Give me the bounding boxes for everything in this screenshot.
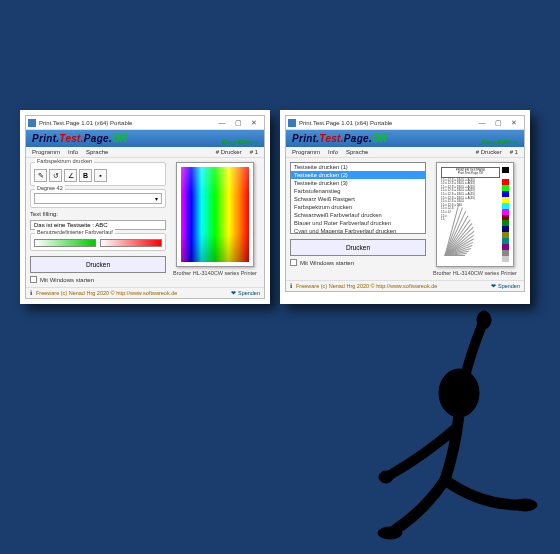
titlebar: Print.Test.Page 1.01 (x64) Portable — ▢ … [26,116,264,130]
app-window-2: Print.Test.Page 1.01 (x64) Portable — ▢ … [285,115,525,292]
autostart-checkbox[interactable]: Mit Windows starten [290,259,426,266]
gradient-group: Benutzerdefinierter Farbverlauf [30,233,166,251]
testpage-text: PRINTER TESTPAGEPrint.Test.Page.OK 15 x … [441,167,500,262]
edition-label: Easy-Edition [482,139,518,145]
pointing-figure-icon [330,270,550,550]
list-item[interactable]: Farbstufenanstieg [291,187,425,195]
svg-point-3 [378,527,402,539]
gradient-green[interactable] [34,239,96,247]
menubar: Programm Info Sprache # Drucker # 1 [286,147,524,158]
menu-program[interactable]: Programm [32,149,60,155]
list-item[interactable]: Testseite drucken (3) [291,179,425,187]
tool-angle-icon[interactable]: ∠ [64,169,77,182]
preview-pane: Brother HL-3140CW series Printer [170,162,260,283]
donate-link[interactable]: ❤ Spenden [231,290,260,296]
print-button[interactable]: Drucken [290,239,426,256]
list-item[interactable]: Testseite drucken (1) [291,163,425,171]
app-window-1: Print.Test.Page 1.01 (x64) Portable — ▢ … [25,115,265,299]
list-item[interactable]: Schwarzweiß Farbverlauf drucken [291,211,425,219]
minimize-button[interactable]: — [474,117,490,129]
list-item[interactable]: Farbspektrum drucken [291,203,425,211]
svg-point-2 [379,471,393,483]
list-item[interactable]: Schwarz Weiß Rastgert [291,195,425,203]
checkbox-icon [30,276,37,283]
preview-page: PRINTER TESTPAGEPrint.Test.Page.OK 15 x … [436,162,514,267]
titlebar: Print.Test.Page 1.01 (x64) Portable — ▢ … [286,116,524,130]
chevron-down-icon: ▾ [155,195,158,202]
printer-name: Brother HL-3140CW series Printer [173,270,257,276]
maximize-button[interactable]: ▢ [230,117,246,129]
app-header: Print.Test.Page.OK Easy-Edition [26,130,264,147]
spectrum-preview [181,167,249,262]
gradient-red[interactable] [100,239,162,247]
degree-select[interactable]: ▾ [34,193,162,204]
menu-printers[interactable]: # Drucker [476,149,502,155]
text-fill-label: Text filling: [30,211,166,217]
menu-info[interactable]: Info [328,149,338,155]
tool-pen-icon[interactable]: ✎ [34,169,47,182]
svg-point-1 [477,311,491,329]
list-item[interactable]: Blauer und Roter Farbverlauf drucken [291,219,425,227]
menu-count[interactable]: # 1 [250,149,258,155]
swatch [502,256,509,262]
menu-program[interactable]: Programm [292,149,320,155]
menu-printers[interactable]: # Drucker [216,149,242,155]
footer: ℹ Freeware (c) Nenad Hrg 2020 © http://w… [26,287,264,298]
checkbox-icon [290,259,297,266]
minimize-button[interactable]: — [214,117,230,129]
menu-info[interactable]: Info [68,149,78,155]
maximize-button[interactable]: ▢ [490,117,506,129]
info-icon: ℹ [30,290,32,296]
preview-page [176,162,254,267]
color-swatches [502,167,509,262]
tool-color-icon[interactable]: ▪ [94,169,107,182]
menubar: Programm Info Sprache # Drucker # 1 [26,147,264,158]
menu-language[interactable]: Sprache [86,149,108,155]
screenshot-left: Print.Test.Page 1.01 (x64) Portable — ▢ … [20,110,270,304]
autostart-checkbox[interactable]: Mit Windows starten [30,276,166,283]
window-title: Print.Test.Page 1.01 (x64) Portable [299,120,474,126]
close-button[interactable]: ✕ [246,117,262,129]
print-mode-list[interactable]: Testseite drucken (1)Testseite drucken (… [290,162,426,234]
footer-link[interactable]: Freeware (c) Nenad Hrg 2020 © http://www… [36,290,177,296]
window-title: Print.Test.Page 1.01 (x64) Portable [39,120,214,126]
info-icon: ℹ [290,283,292,289]
list-item[interactable]: Testseite drucken (2) [291,171,425,179]
list-item[interactable]: Cyan und Magenta Farbverlauf drucken [291,227,425,234]
degree-group: Degree 42 ▾ [30,189,166,208]
spectrum-group: Farbspektrum drucken ✎ ↺ ∠ B ▪ [30,162,166,186]
close-button[interactable]: ✕ [506,117,522,129]
app-icon [288,119,296,127]
preview-pane: PRINTER TESTPAGEPrint.Test.Page.OK 15 x … [430,162,520,276]
app-icon [28,119,36,127]
svg-point-4 [513,499,537,511]
app-header: Print.Test.Page.OK Easy-Edition [286,130,524,147]
edition-label: Easy-Edition [222,139,258,145]
print-button[interactable]: Drucken [30,256,166,273]
tool-bold-icon[interactable]: B [79,169,92,182]
tool-rotate-icon[interactable]: ↺ [49,169,62,182]
menu-count[interactable]: # 1 [510,149,518,155]
menu-language[interactable]: Sprache [346,149,368,155]
